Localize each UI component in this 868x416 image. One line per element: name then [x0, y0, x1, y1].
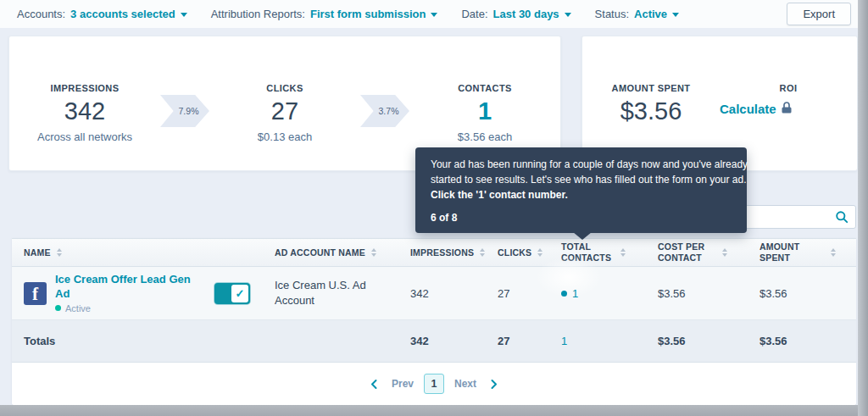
column-header-impressions[interactable]: IMPRESSIONS [398, 239, 486, 266]
tooltip-text-line1: Your ad has been running for a couple of… [431, 157, 732, 172]
date-filter-group: Date: Last 30 days [461, 8, 570, 20]
column-header-cost-per-contact[interactable]: COST PER CONTACT [646, 239, 748, 266]
contact-dot-icon [561, 291, 567, 297]
chevron-down-icon [431, 13, 437, 17]
ads-dashboard: Accounts: 3 accounts selected Attributio… [0, 0, 868, 416]
clicks-stat: CLICKS 27 $0.13 each [209, 83, 360, 143]
table-row: Ice Cream Offer Lead Gen Ad Active Ice C… [12, 267, 856, 320]
roi-label: ROI [720, 83, 857, 93]
clicks-stat-sub: $0.13 each [209, 130, 360, 143]
ad-name-link[interactable]: Ice Cream Offer Lead Gen Ad [55, 273, 206, 301]
sort-icon [57, 248, 62, 257]
accounts-label: Accounts: [17, 8, 65, 20]
conversion-arrow-icon: 3.7% [360, 95, 409, 127]
search-icon[interactable] [828, 206, 855, 228]
next-button[interactable]: Next [454, 378, 476, 390]
sort-icon [537, 248, 542, 257]
table-header-row: NAME AD ACCOUNT NAME IMPRESSIONS CLICKS … [12, 238, 856, 267]
contacts-stat: CONTACTS 1 $3.56 each [409, 83, 560, 143]
accounts-filter-group: Accounts: 3 accounts selected [17, 8, 187, 20]
chevron-down-icon [672, 13, 679, 17]
status-dropdown-value: Active [634, 8, 667, 20]
impressions-stat-value: 342 [9, 97, 160, 125]
tooltip-instruction: Click the '1' contact number. [431, 187, 732, 202]
totals-row: Totals 342 27 1 $3.56 $3.56 [12, 320, 856, 363]
chevron-down-icon [565, 13, 571, 17]
impressions-stat-label: IMPRESSIONS [9, 83, 160, 93]
totals-cost-per-contact: $3.56 [646, 320, 748, 362]
date-dropdown[interactable]: Last 30 days [493, 8, 571, 20]
impressions-stat: IMPRESSIONS 342 Across all networks [9, 83, 160, 143]
totals-contacts: 1 [549, 320, 646, 362]
column-header-name[interactable]: NAME [12, 239, 263, 266]
tooltip-text-line2: started to see results. Let's see who ha… [431, 172, 732, 187]
page-number-button[interactable]: 1 [424, 374, 444, 394]
video-frame-bottom [0, 405, 868, 416]
status-dropdown[interactable]: Active [634, 8, 679, 20]
roi-stat: ROI Calculate [720, 83, 857, 116]
amount-spent-cell: $3.56 [748, 267, 856, 319]
sort-icon [722, 248, 727, 257]
clicks-cell: 27 [486, 267, 549, 319]
contacts-stat-value[interactable]: 1 [409, 97, 560, 125]
sort-icon [831, 248, 836, 257]
column-header-ad-account[interactable]: AD ACCOUNT NAME [263, 239, 398, 266]
column-header-clicks[interactable]: CLICKS [486, 239, 549, 266]
contacts-stat-label: CONTACTS [409, 83, 560, 93]
export-button[interactable]: Export [787, 3, 851, 25]
ad-status-toggle[interactable] [214, 283, 250, 304]
column-header-amount-spent[interactable]: AMOUNT SPENT [748, 239, 856, 266]
cost-per-contact-cell: $3.56 [646, 267, 748, 319]
tooltip-step-counter: 6 of 8 [431, 212, 732, 224]
roi-calculate-link[interactable]: Calculate [720, 102, 792, 116]
ad-name-cell: Ice Cream Offer Lead Gen Ad Active [12, 267, 263, 319]
active-status-dot-icon [55, 305, 61, 311]
total-contacts-link[interactable]: 1 [572, 287, 578, 300]
toggle-knob-check-icon [231, 285, 248, 302]
attribution-dropdown[interactable]: First form submission [310, 8, 438, 20]
accounts-dropdown-value: 3 accounts selected [70, 8, 175, 20]
date-dropdown-value: Last 30 days [493, 8, 559, 20]
amount-spent-label: AMOUNT SPENT [582, 83, 720, 93]
contacts-stat-sub: $3.56 each [409, 130, 560, 143]
roi-calculate-label: Calculate [720, 102, 776, 116]
video-frame-right [858, 0, 868, 416]
accounts-dropdown[interactable]: 3 accounts selected [70, 8, 187, 20]
totals-clicks: 27 [486, 320, 549, 362]
sort-icon [620, 248, 626, 257]
sort-icon [480, 248, 485, 257]
attribution-label: Attribution Reports: [211, 8, 305, 20]
facebook-icon [24, 282, 47, 305]
status-filter-group: Status: Active [595, 8, 680, 20]
totals-impressions: 342 [398, 320, 486, 362]
ad-status-label: Active [65, 303, 91, 313]
prev-button[interactable]: Prev [392, 378, 414, 390]
impressions-cell: 342 [398, 267, 486, 319]
column-header-total-contacts[interactable]: TOTAL CONTACTS [549, 239, 646, 266]
date-label: Date: [461, 8, 487, 20]
lock-icon [782, 102, 792, 116]
totals-amount-spent: $3.56 [748, 320, 856, 362]
filter-bar: Accounts: 3 accounts selected Attributio… [0, 0, 868, 28]
chevron-down-icon [181, 13, 187, 17]
clicks-to-contacts-rate: 3.7% [379, 106, 399, 116]
pagination: Prev 1 Next [12, 363, 856, 405]
totals-ad-account-cell [263, 320, 398, 362]
attribution-filter-group: Attribution Reports: First form submissi… [211, 8, 438, 20]
sort-icon [371, 248, 376, 257]
amount-spent-value: $3.56 [582, 97, 720, 125]
status-label: Status: [595, 8, 629, 20]
prev-chevron-icon[interactable] [367, 377, 381, 391]
amount-spent-stat: AMOUNT SPENT $3.56 [582, 83, 720, 125]
clicks-stat-label: CLICKS [209, 83, 360, 93]
ad-name-block: Ice Cream Offer Lead Gen Ad Active [55, 273, 206, 313]
next-chevron-icon[interactable] [487, 377, 501, 391]
ads-table: NAME AD ACCOUNT NAME IMPRESSIONS CLICKS … [12, 238, 856, 405]
impressions-stat-sub: Across all networks [9, 130, 160, 143]
ad-account-cell: Ice Cream U.S. Ad Account [263, 267, 398, 319]
onboarding-tooltip: Your ad has been running for a couple of… [415, 147, 747, 233]
impressions-to-clicks-rate: 7.9% [179, 106, 199, 116]
attribution-dropdown-value: First form submission [310, 8, 426, 20]
total-contacts-cell: 1 [549, 267, 646, 319]
clicks-stat-value: 27 [209, 97, 360, 125]
